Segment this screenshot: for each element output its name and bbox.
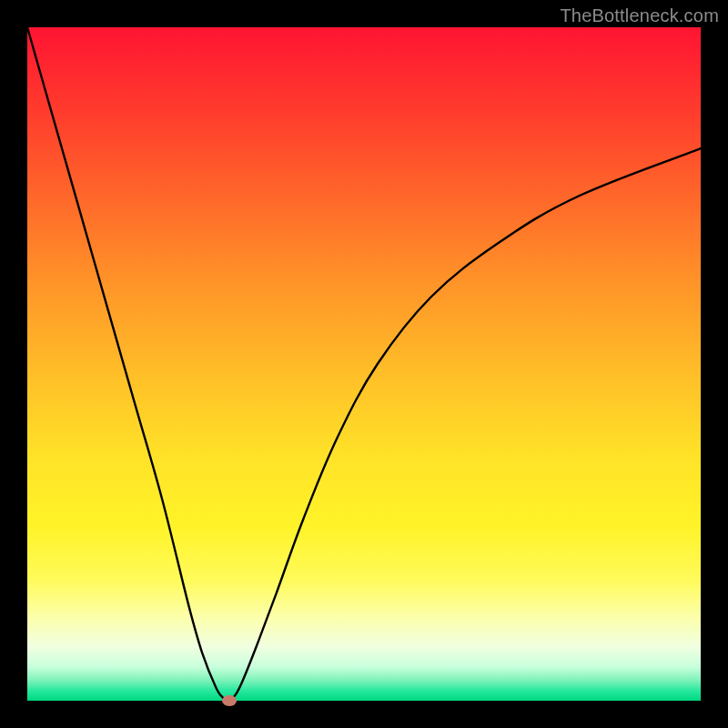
bottleneck-curve-path	[27, 27, 701, 701]
minimum-marker	[222, 695, 237, 706]
watermark-text: TheBottleneck.com	[560, 5, 719, 26]
plot-area	[27, 27, 701, 701]
bottleneck-chart: TheBottleneck.com	[0, 0, 728, 728]
curve-svg	[27, 27, 701, 701]
